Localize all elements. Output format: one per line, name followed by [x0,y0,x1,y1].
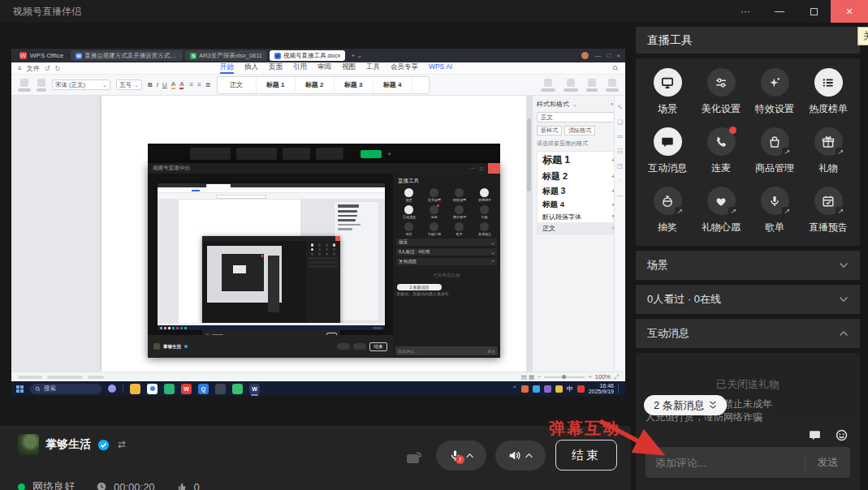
comment-composer: 发送 [636,422,860,490]
more-button[interactable]: ··· [728,0,762,23]
avatar [18,434,39,455]
likes-count: 0 [194,481,200,490]
more-strip-icon: — [617,191,624,199]
scene-icon [404,188,413,197]
comment-bubble-icon[interactable] [808,428,822,442]
nested-bottom-bar: 掌够生活 结束 [148,335,393,358]
tool-gifts[interactable]: ↗ 礼物 [801,127,855,175]
style-cell: 标题 4 [374,77,412,93]
prize-icon: ↗ [654,187,682,215]
new-messages-pill[interactable]: 2 条新消息 [644,395,727,415]
wps-status-bar: ▤ ▦ − + 100% ⤢ [11,372,625,381]
style-icon: ≔ [617,133,624,140]
nested-wps-toolbar [158,193,385,200]
captured-wps-window: W WPS Office W 直播台搭建方式及开播设置方式—1 S AR3资产报… [11,49,625,381]
end-live-button[interactable]: 结束 [555,440,617,471]
search-icon [35,386,41,392]
tool-co-host[interactable]: 连麦 [694,127,748,175]
nested-tool-grid: 场景 美化设置 特效设置 热度榜单 互动消息 连麦 商品管理 礼物 抽奖 礼物心… [396,188,497,236]
style-gallery: 正文 标题 1 标题 2 标题 3 标题 4 [217,76,430,94]
format-painter-tool [37,79,46,92]
taskbar-clock: 16:46 2025/9/19 [589,383,614,394]
tool-effects[interactable]: 特效设置 [748,68,801,116]
gift-icon [480,205,489,214]
chevron-up-icon [525,453,533,458]
comment-input-wrap: 发送 [646,447,850,478]
embedded-button [190,148,231,160]
status-row: 网络良好 00:00:20 0 [18,479,200,490]
mic-button[interactable]: ! [436,441,486,471]
align-left-icon: ≡ [189,81,193,88]
wps-ribbon-tabs: 开始 插入 页面 引用 审阅 视图 工具 会员专享 WPS AI [220,62,452,74]
translate-icon [608,79,616,87]
prize-icon [404,222,413,231]
decor-bar [338,224,361,226]
show-desktop-sliver [618,384,620,393]
tool-beauty-settings[interactable]: 美化设置 [694,68,748,116]
tray-expand-icon: ⌃ [512,385,517,392]
wps-window-controls: — □ × [581,52,620,59]
ribbon-tab: 视图 [342,62,356,74]
file-menu-label: 文件 [27,64,40,73]
tool-playlist[interactable]: ↗ 歌单 [748,187,801,234]
section-viewers[interactable]: 0人看过 · 0在线 [636,285,860,314]
nested-gift-closed-notice: 已关闭送礼物 [396,273,497,278]
level3-core-block [233,265,246,273]
bag-icon [455,205,464,214]
section-interaction[interactable]: 互动消息 [636,319,860,348]
ribbon-tab: 工具 [366,62,380,74]
ribbon-tab: 引用 [293,62,307,74]
wps-document-area: + 视频号直播伴侣 ··· □ × [11,96,614,372]
emoji-icon[interactable] [835,428,849,442]
styles-hint: 请选择要应用的格式 [537,140,621,148]
double-chevron-down-icon [709,401,717,410]
tool-lottery[interactable]: ↗ 抽奖 [641,187,694,234]
camera-toggle-icon[interactable] [405,449,423,466]
wps-doc-tab: S AR3资产报表xlsx_0811 [185,50,267,61]
tool-product-management[interactable]: ↗ 商品管理 [748,127,801,175]
tool-gift-wish[interactable]: ↗ 礼物心愿 [694,187,748,234]
maximize-button[interactable] [797,0,831,23]
tool-heat-ranking[interactable]: 热度榜单 [801,68,855,116]
nested-active-tab [206,184,231,187]
close-button[interactable]: × [831,0,868,23]
chat-icon [654,127,682,156]
comment-input[interactable] [646,457,805,469]
find-icon [567,79,575,87]
chevron-up-icon [839,330,849,337]
minimize-button[interactable]: — [762,0,797,23]
zoom-out-icon: − [538,373,541,380]
taskbar-search: 搜索 [30,384,101,394]
fit-icon: ⤢ [614,373,619,381]
nested-app-window: 视频号直播伴侣 ··· □ × [148,163,500,358]
level3-tool-grid [309,243,338,256]
tool-live-preview[interactable]: ↗ 直播预告 [801,187,855,234]
network-status-dot [18,484,25,490]
ribbon-tab: 开始 [220,62,234,74]
highlight-icon: A [171,80,175,89]
switch-account-icon[interactable] [116,440,127,449]
tool-interactive-messages[interactable]: 互动消息 [641,127,694,175]
translate-tool [606,79,619,92]
level3-close-dot [261,255,264,257]
speaker-button[interactable] [495,441,546,471]
nested-taskbar [158,325,385,330]
tool-scene[interactable]: 场景 [641,68,694,116]
doc-scrollbar [526,96,532,372]
send-button[interactable]: 发送 [805,454,850,471]
decor-bar [338,204,359,208]
align-center-icon: ≡ [197,81,201,88]
close-icon: × [846,5,853,18]
section-scene[interactable]: 场景 [636,251,860,280]
gift-closed-notice: 已关闭送礼物 [636,377,860,392]
tools-header: 直播工具 [636,27,860,54]
decor-bar [18,88,31,92]
new-tab-icon: + ⌄ [351,52,362,59]
tray-icon [544,385,551,393]
doc-icon: W [274,53,281,59]
toolbar-right-groups [541,79,619,92]
account-info: 掌够生活 [18,434,127,455]
nested-scene-section: 场景⌄ [396,239,497,246]
bottom-bar: 掌够生活 网络良好 00:00:20 0 ! 结束 [0,426,631,490]
italic-icon: I [157,81,158,88]
